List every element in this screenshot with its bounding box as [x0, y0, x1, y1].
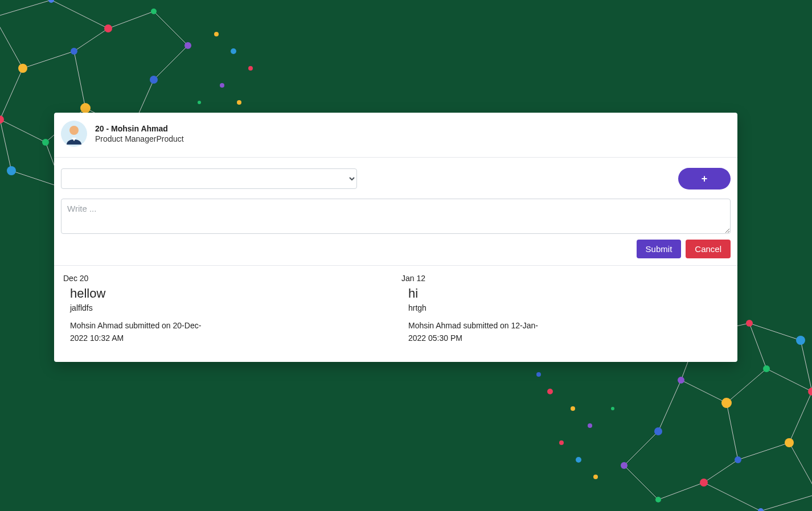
form-actions: Submit Cancel — [61, 240, 731, 258]
svg-point-80 — [547, 389, 553, 394]
notes-list: Dec 20 hellow jalfldfs Mohsin Ahmad subm… — [54, 266, 737, 362]
svg-line-5 — [23, 51, 74, 68]
svg-point-63 — [621, 462, 628, 469]
svg-point-23 — [184, 42, 191, 49]
select-wrap — [61, 168, 357, 189]
svg-point-36 — [248, 66, 253, 71]
avatar-icon — [61, 121, 87, 147]
main-card: 20 - Mohsin Ahmad Product ManagerProduct… — [54, 113, 737, 362]
svg-line-43 — [624, 465, 658, 500]
svg-point-21 — [104, 24, 112, 32]
note-body: hrtgh — [408, 303, 728, 312]
svg-point-22 — [151, 9, 157, 14]
note-meta: Mohsin Ahmad submitted on 12-Jan-2022 05… — [408, 319, 545, 345]
svg-line-42 — [658, 483, 704, 500]
svg-line-13 — [154, 46, 188, 80]
svg-point-26 — [0, 116, 4, 123]
svg-line-50 — [727, 403, 738, 460]
category-select[interactable] — [61, 168, 357, 189]
svg-line-46 — [704, 460, 738, 483]
employee-subtitle: Product ManagerProduct — [95, 134, 184, 143]
svg-point-78 — [611, 407, 614, 410]
svg-point-61 — [700, 479, 708, 487]
svg-line-10 — [74, 51, 85, 108]
svg-point-77 — [588, 423, 592, 428]
header-text: 20 - Mohsin Ahmad Product ManagerProduct — [95, 124, 184, 143]
svg-line-8 — [0, 119, 46, 142]
svg-line-1 — [51, 0, 108, 28]
svg-line-44 — [789, 443, 812, 494]
svg-point-39 — [237, 100, 241, 105]
svg-point-69 — [678, 377, 684, 384]
svg-line-3 — [154, 11, 188, 46]
svg-point-68 — [721, 398, 732, 408]
svg-point-30 — [150, 76, 158, 84]
svg-point-79 — [571, 406, 575, 411]
svg-point-76 — [559, 440, 564, 445]
svg-point-62 — [655, 497, 661, 502]
note-meta: Mohsin Ahmad submitted on 20-Dec-2022 10… — [70, 319, 207, 345]
employee-title: 20 - Mohsin Ahmad — [95, 124, 184, 133]
note-date: Dec 20 — [63, 274, 390, 283]
svg-point-83 — [69, 126, 79, 135]
svg-point-71 — [796, 336, 805, 345]
svg-line-56 — [749, 323, 766, 369]
svg-point-38 — [198, 101, 201, 104]
cancel-button[interactable]: Cancel — [686, 240, 731, 258]
svg-line-49 — [727, 369, 766, 403]
note-title: hi — [408, 286, 728, 301]
svg-point-75 — [576, 457, 581, 463]
note-body: jalfldfs — [70, 303, 390, 312]
svg-point-64 — [785, 438, 794, 447]
svg-line-0 — [0, 0, 51, 17]
svg-line-14 — [0, 119, 11, 171]
svg-line-52 — [658, 380, 681, 431]
svg-line-4 — [0, 17, 23, 68]
svg-point-27 — [42, 139, 49, 146]
note-item: Jan 12 hi hrtgh Mohsin Ahmad submitted o… — [396, 274, 734, 345]
write-textarea[interactable] — [61, 199, 731, 234]
svg-point-74 — [593, 475, 598, 479]
svg-point-70 — [654, 427, 662, 435]
svg-line-6 — [74, 28, 108, 51]
svg-point-65 — [735, 456, 741, 463]
svg-line-51 — [681, 380, 727, 403]
svg-point-35 — [231, 48, 236, 54]
svg-line-45 — [738, 443, 789, 460]
avatar — [61, 121, 87, 147]
submit-button[interactable]: Submit — [637, 240, 682, 258]
card-header: 20 - Mohsin Ahmad Product ManagerProduct — [54, 113, 737, 158]
form-top-row: + — [61, 168, 731, 189]
svg-line-47 — [789, 392, 812, 443]
form-area: + Submit Cancel — [54, 158, 737, 266]
svg-line-53 — [624, 431, 658, 465]
svg-line-41 — [704, 483, 761, 511]
add-button[interactable]: + — [678, 168, 731, 189]
svg-point-37 — [220, 83, 224, 88]
svg-point-28 — [80, 103, 91, 113]
svg-line-48 — [766, 369, 812, 392]
svg-point-34 — [214, 32, 219, 36]
svg-point-60 — [758, 508, 764, 511]
svg-point-72 — [746, 320, 753, 327]
svg-line-55 — [749, 323, 801, 340]
note-title: hellow — [70, 286, 390, 301]
note-date: Jan 12 — [401, 274, 728, 283]
svg-point-31 — [7, 166, 16, 175]
note-item: Dec 20 hellow jalfldfs Mohsin Ahmad subm… — [58, 274, 396, 345]
svg-point-81 — [536, 372, 541, 377]
svg-point-25 — [71, 48, 77, 55]
svg-line-54 — [801, 340, 812, 392]
svg-point-20 — [48, 0, 54, 3]
svg-line-7 — [0, 68, 23, 119]
svg-point-66 — [808, 388, 812, 395]
svg-line-2 — [108, 11, 154, 28]
svg-line-40 — [761, 494, 812, 511]
svg-point-67 — [763, 365, 770, 372]
svg-point-24 — [18, 64, 27, 73]
